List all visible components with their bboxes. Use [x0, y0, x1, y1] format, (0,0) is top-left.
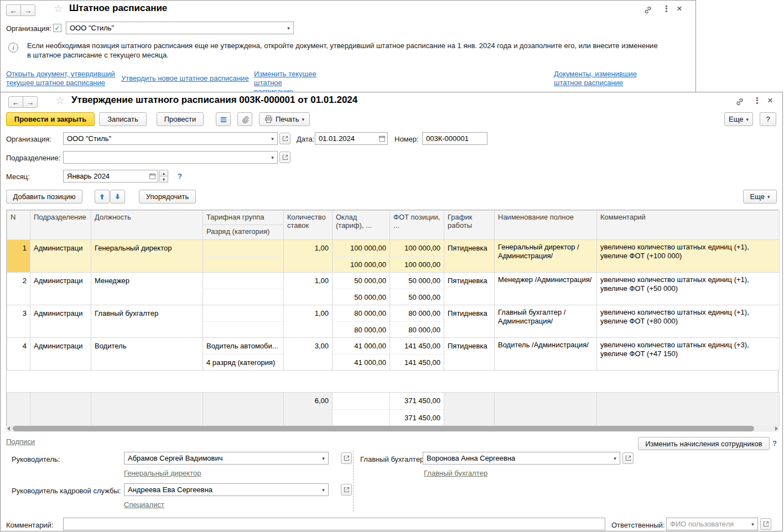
department-open-button[interactable]	[279, 152, 290, 163]
scrollbar-thumb[interactable]	[13, 426, 754, 431]
back-button[interactable]: ←	[6, 4, 21, 16]
responsible-field[interactable]: ФИО пользователя ▾	[666, 518, 758, 530]
chevron-down-icon[interactable]: ▾	[284, 22, 293, 34]
cell-n: 2	[7, 273, 30, 289]
organization-open-button[interactable]	[279, 133, 290, 144]
arrow-up-icon	[98, 193, 106, 200]
manager-field[interactable]: Абрамов Сергей Вадимович ▾	[124, 452, 329, 465]
chevron-down-icon[interactable]: ▾	[748, 518, 757, 530]
window-title: Утверждение штатного расписания 003К-000…	[71, 95, 357, 106]
calendar-icon[interactable]	[377, 133, 387, 144]
comment-field[interactable]	[63, 518, 605, 530]
col-header-department[interactable]: Подразделение	[30, 211, 91, 240]
hr-head-position-link[interactable]: Специалист	[124, 500, 164, 509]
menu-kebab-icon[interactable]: ⋮	[662, 4, 671, 13]
chief-accountant-field[interactable]: Воронова Анна Сергеевна ▾	[423, 452, 620, 465]
hr-head-field[interactable]: Андреева Ева Сергеевна ▾	[124, 483, 329, 496]
col-header-schedule[interactable]: График работы	[444, 211, 495, 240]
cell-rate-count: 1,00	[284, 305, 332, 321]
col-header-rate-count[interactable]: Количество ставок	[284, 211, 333, 240]
department-combo[interactable]: ▾	[63, 151, 278, 164]
col-header-position[interactable]: Должность	[91, 211, 203, 240]
chevron-down-icon[interactable]: ▾	[319, 484, 328, 496]
manager-position-link[interactable]: Генеральный директор	[124, 469, 201, 477]
link-open-approving-document[interactable]: Открыть документ, утвердивший текущее шт…	[6, 70, 122, 87]
chief-accountant-open-button[interactable]	[622, 452, 634, 464]
add-position-button[interactable]: Добавить позицию	[6, 190, 82, 204]
table-empty-area[interactable]	[7, 371, 778, 392]
get-link-icon[interactable]	[643, 6, 652, 14]
number-field[interactable]: 003К-000001	[422, 132, 487, 145]
order-button[interactable]: Упорядочить	[139, 190, 196, 204]
favorite-star-icon[interactable]: ☆	[54, 3, 63, 14]
date-field[interactable]: 01.01.2024	[315, 132, 388, 145]
forward-button[interactable]: →	[23, 96, 38, 108]
col-header-full-name[interactable]: Наименование полное	[495, 211, 597, 240]
organization-combo-value: ООО "Стиль"	[64, 133, 268, 144]
hr-head-field-value: Андреева Ева Сергеевна	[124, 484, 319, 496]
month-help-link[interactable]: ?	[178, 172, 182, 180]
signatures-group-link[interactable]: Подписи	[6, 437, 35, 446]
cell-comment: увеличено количество штатных единиц (+1)…	[597, 240, 779, 263]
move-up-button[interactable]	[95, 190, 110, 204]
favorite-star-icon[interactable]: ☆	[55, 95, 65, 106]
cell-tariff-group	[203, 273, 283, 289]
table-row[interactable]: 3 Администраци Главный бухгалтер 1,00 80…	[7, 305, 780, 338]
spinner-down-icon[interactable]: ▼	[159, 176, 168, 182]
col-header-tariff[interactable]: Тарифная группа Разряд (категория)	[203, 211, 284, 240]
col-header-n[interactable]: N	[7, 211, 30, 240]
col-header-comment[interactable]: Комментарий	[597, 211, 780, 240]
scroll-right-button[interactable]	[773, 425, 780, 432]
help-button[interactable]: ?	[760, 112, 776, 126]
link-documents-changed[interactable]: Документы, изменившие штатное расписание	[554, 70, 645, 87]
scroll-left-button[interactable]	[5, 425, 12, 432]
calendar-icon[interactable]	[147, 170, 158, 182]
organization-checkbox[interactable]: ✓	[53, 24, 61, 32]
col-header-salary[interactable]: Оклад (тариф), ...	[333, 211, 390, 240]
table-more-button[interactable]: Еще ▾	[743, 190, 777, 204]
close-button[interactable]: ×	[677, 4, 682, 13]
get-link-icon[interactable]	[735, 97, 744, 106]
menu-kebab-icon[interactable]: ⋮	[753, 96, 761, 105]
post-and-close-button[interactable]: Провести и закрыть	[6, 112, 95, 126]
organization-combo[interactable]: ООО "Стиль" ▾	[66, 22, 294, 34]
table-row[interactable]: 2 Администраци Менеджер 1,00 50 000,0050…	[7, 273, 780, 305]
chevron-down-icon[interactable]: ▾	[268, 133, 277, 144]
responsible-open-button[interactable]	[760, 518, 771, 530]
comment-field-value	[64, 518, 605, 530]
chevron-down-icon[interactable]: ▾	[319, 452, 328, 464]
chief-accountant-position-link[interactable]: Главный бухгалтер	[424, 469, 487, 477]
arrow-down-icon	[114, 193, 121, 200]
cell-n: 1	[7, 240, 30, 256]
show-postings-button[interactable]	[216, 112, 231, 126]
back-button[interactable]: ←	[8, 96, 23, 108]
horizontal-scrollbar[interactable]	[5, 425, 780, 432]
open-form-icon	[343, 455, 350, 462]
cell-rate-count: 1,00	[284, 240, 332, 256]
table-row[interactable]: 4 Администраци Водитель Водитель автомоб…	[7, 338, 780, 371]
forward-button[interactable]: →	[20, 4, 35, 16]
col-header-fot[interactable]: ФОТ позиции, ...	[390, 211, 444, 240]
hr-head-open-button[interactable]	[341, 484, 352, 496]
move-down-button[interactable]	[110, 190, 125, 204]
chevron-down-icon[interactable]: ▾	[268, 152, 277, 163]
change-accruals-button[interactable]: Изменить начисления сотрудников	[638, 437, 770, 450]
organization-combo[interactable]: ООО "Стиль" ▾	[63, 132, 278, 145]
register-icon	[220, 116, 227, 123]
chevron-down-icon[interactable]: ▾	[610, 452, 620, 464]
save-button[interactable]: Записать	[99, 112, 147, 126]
manager-open-button[interactable]	[341, 452, 352, 464]
close-button[interactable]: ×	[767, 96, 773, 105]
attachments-button[interactable]	[237, 112, 252, 126]
more-button[interactable]: Еще ▾	[724, 112, 753, 126]
table-more-label: Еще	[750, 192, 765, 201]
link-approve-new-schedule[interactable]: Утвердить новое штатное расписание	[121, 74, 249, 82]
table-row[interactable]: 1 Администраци Генеральный директор 1,00…	[7, 240, 780, 273]
print-button[interactable]: Печать ▾	[259, 112, 310, 126]
month-field[interactable]: Январь 2024	[63, 170, 158, 182]
cell-tariff-grade	[203, 289, 283, 305]
open-form-icon	[282, 135, 289, 142]
post-button[interactable]: Провести	[157, 112, 204, 126]
accruals-help-link[interactable]: ?	[772, 439, 777, 447]
totals-empty	[444, 393, 495, 426]
